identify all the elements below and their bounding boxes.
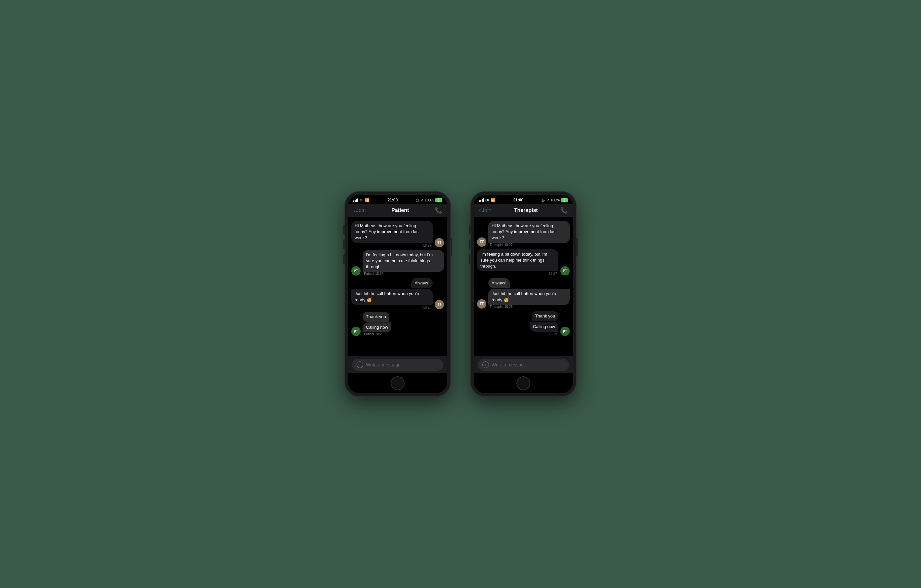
avatar: PT <box>351 266 361 276</box>
avatar: PT <box>560 327 570 336</box>
message-group: PTThank youCalling nowPatient 18:29 <box>351 312 444 336</box>
phone-call-icon[interactable]: 📞 <box>560 207 568 214</box>
message-bubble: I'm feeling a bit down today, but I'm su… <box>363 250 444 272</box>
home-button[interactable] <box>516 376 530 390</box>
battery-icon: 🔋 <box>435 198 442 202</box>
message-time: 18:27 <box>547 272 558 276</box>
message-input-inner[interactable]: + Write a message <box>478 359 569 371</box>
message-row-left: TTAlways!Just hit the call button when y… <box>477 278 570 309</box>
bar3 <box>356 199 357 202</box>
message-group: Hi Matheus, how are you feeling today? A… <box>351 221 444 247</box>
carrier-label: Oi <box>485 198 489 202</box>
home-button-area <box>348 374 447 393</box>
message-bubble: Just hit the call button when you're rea… <box>488 289 570 305</box>
messages-area: TTHi Matheus, how are you feeling today?… <box>474 217 573 356</box>
message-bubble: Always! <box>488 278 510 288</box>
sender-label: Patient 18:27 <box>363 272 385 276</box>
message-input-inner[interactable]: + Write a message <box>352 359 443 371</box>
message-group: TTHi Matheus, how are you feeling today?… <box>477 221 570 247</box>
bar1 <box>353 200 354 202</box>
nav-title: Patient <box>391 207 409 213</box>
message-row-left: TTHi Matheus, how are you feeling today?… <box>477 221 570 247</box>
battery-percent: 100% <box>425 198 434 202</box>
battery-icon: 🔋 <box>561 198 568 202</box>
carrier-label: Oi <box>360 198 364 202</box>
avatar: TT <box>435 300 444 309</box>
message-bubble: Always! <box>411 278 433 288</box>
bar4 <box>357 198 358 202</box>
message-time: 18:29 <box>547 332 558 336</box>
message-group: TTAlways!Just hit the call button when y… <box>477 278 570 309</box>
bubble-group-left: Thank youCalling nowPatient 18:29 <box>363 312 391 336</box>
avatar: TT <box>477 299 486 309</box>
message-bubble: Just hit the call button when you're rea… <box>351 289 433 305</box>
home-button-area <box>474 374 573 393</box>
status-right: ◎ ⇗ 100% 🔋 <box>542 198 568 202</box>
message-row-right: I'm feeling a bit down today, but I'm su… <box>477 249 570 276</box>
message-input-placeholder[interactable]: Write a message <box>366 362 400 367</box>
chevron-icon: ‹ <box>479 207 481 214</box>
status-bar: Oi 📶 21:00 ◎ ⇗ 100% 🔋 <box>348 195 447 204</box>
status-bar: Oi 📶 21:00 ◎ ⇗ 100% 🔋 <box>474 195 573 204</box>
bubble-group-right: Thank youCalling now18:29 <box>530 311 558 336</box>
avatar: PT <box>560 266 570 276</box>
status-left: Oi 📶 <box>353 198 369 202</box>
message-row-left: PTThank youCalling nowPatient 18:29 <box>351 312 444 336</box>
message-bubble: Thank you <box>532 311 558 321</box>
status-time: 21:00 <box>513 198 523 202</box>
phones-container: Oi 📶 21:00 ◎ ⇗ 100% 🔋 ‹ Join Patient 📞 H… <box>332 178 589 410</box>
message-input-bar: + Write a message <box>348 356 447 374</box>
sender-label: Therapist 18:28 <box>488 305 514 309</box>
back-label[interactable]: Join <box>482 207 491 213</box>
message-row-right: Thank youCalling now18:29PT <box>477 311 570 336</box>
direction-icon: ⇗ <box>420 198 423 202</box>
phone-call-icon[interactable]: 📞 <box>435 207 442 214</box>
add-attachment-icon[interactable]: + <box>356 361 363 368</box>
avatar: TT <box>435 238 444 247</box>
patient-phone: Oi 📶 21:00 ◎ ⇗ 100% 🔋 ‹ Join Patient 📞 H… <box>345 192 451 396</box>
home-button[interactable] <box>391 376 405 390</box>
nav-title: Therapist <box>514 207 538 213</box>
bubble-group-right: I'm feeling a bit down today, but I'm su… <box>477 249 558 276</box>
add-attachment-icon[interactable]: + <box>482 361 489 368</box>
bar1 <box>479 200 480 202</box>
message-row-left: PTI'm feeling a bit down today, but I'm … <box>351 250 444 276</box>
location-icon: ◎ <box>542 198 545 202</box>
message-group: Always!Just hit the call button when you… <box>351 278 444 309</box>
message-group: Thank youCalling now18:29PT <box>477 311 570 336</box>
bubble-group-right: Hi Matheus, how are you feeling today? A… <box>351 221 433 247</box>
status-right: ◎ ⇗ 100% 🔋 <box>416 198 442 202</box>
bubble-group-left: Always!Just hit the call button when you… <box>488 278 570 309</box>
nav-bar: ‹ Join Patient 📞 <box>348 204 447 217</box>
message-input-bar: + Write a message <box>474 356 573 374</box>
back-label[interactable]: Join <box>356 207 366 213</box>
bar2 <box>355 200 356 202</box>
battery-percent: 100% <box>550 198 560 202</box>
message-bubble: Hi Matheus, how are you feeling today? A… <box>488 221 570 243</box>
message-time: 18:28 <box>422 305 433 309</box>
message-bubble: Calling now <box>530 322 558 332</box>
signal-bars <box>353 198 358 202</box>
bubble-group-right: Always!Just hit the call button when you… <box>351 278 433 309</box>
direction-icon: ⇗ <box>546 198 549 202</box>
message-time: 18:27 <box>422 244 433 247</box>
bar2 <box>480 200 481 202</box>
bar4 <box>483 198 484 202</box>
nav-bar: ‹ Join Therapist 📞 <box>474 204 573 217</box>
message-bubble: I'm feeling a bit down today, but I'm su… <box>477 249 558 271</box>
sender-label: Therapist 18:27 <box>488 243 514 247</box>
messages-area: Hi Matheus, how are you feeling today? A… <box>348 217 447 356</box>
status-left: Oi 📶 <box>479 198 495 202</box>
nav-back-button[interactable]: ‹ Join <box>479 207 491 214</box>
wifi-icon: 📶 <box>365 198 369 202</box>
bubble-group-left: I'm feeling a bit down today, but I'm su… <box>363 250 444 276</box>
message-input-placeholder[interactable]: Write a message <box>491 362 526 367</box>
message-bubble: Calling now <box>363 322 391 332</box>
message-group: I'm feeling a bit down today, but I'm su… <box>477 249 570 276</box>
message-row-right: Hi Matheus, how are you feeling today? A… <box>351 221 444 247</box>
nav-back-button[interactable]: ‹ Join <box>353 207 366 214</box>
avatar: PT <box>351 327 361 336</box>
message-group: PTI'm feeling a bit down today, but I'm … <box>351 250 444 276</box>
message-bubble: Hi Matheus, how are you feeling today? A… <box>351 221 433 243</box>
sender-label: Patient 18:29 <box>363 332 385 336</box>
